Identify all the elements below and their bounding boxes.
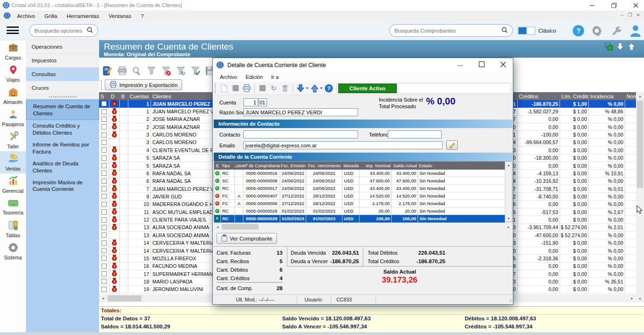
close-button[interactable] — [632, 1, 639, 9]
cc-col-tipo[interactable]: Tipo — [221, 162, 235, 170]
col-header-nom[interactable]: Nom — [625, 92, 636, 100]
menu-grilla[interactable]: Grilla — [40, 12, 62, 20]
mdi-minimize-button[interactable]: ‒ — [621, 12, 624, 17]
dialog-minimize-button[interactable] — [458, 61, 463, 69]
rail-item-tesoreria[interactable]: $ Tesorería — [0, 196, 26, 218]
client-active-badge[interactable]: Cliente Activo — [338, 84, 397, 93]
cc-col-estado[interactable]: Estado — [418, 162, 505, 170]
cc-col-n-de-comprobante[interactable]: Nº de Comprobante — [243, 162, 280, 170]
row-checkbox[interactable] — [101, 225, 107, 230]
scroll-up-icon[interactable]: ▴ — [636, 92, 644, 100]
classic-mode-toggle[interactable] — [518, 26, 535, 35]
navigate-down-icon[interactable] — [295, 83, 306, 94]
layout-grid-icon[interactable] — [605, 43, 613, 52]
rail-item-tablas[interactable]: Tablas — [0, 218, 26, 240]
row-checkbox[interactable] — [101, 163, 107, 168]
refresh-icon[interactable]: ↻ — [268, 83, 279, 94]
nav-group-impuestos[interactable]: Impuestos — [26, 54, 99, 68]
row-checkbox[interactable] — [101, 179, 107, 184]
rail-item-pasajeros[interactable]: Pasajeros — [0, 107, 26, 129]
edit-emails-button[interactable] — [446, 140, 458, 150]
rail-item-sistema[interactable]: Sistema — [0, 240, 26, 262]
nav-group-operaciones[interactable]: Operaciones — [26, 40, 99, 54]
minimize-button[interactable] — [588, 1, 596, 9]
print-icon[interactable] — [117, 65, 128, 77]
nav-item-analitico-de-deuda-clientes[interactable]: Analítico de Deuda Clientes — [26, 158, 99, 177]
rail-item-viajes[interactable]: Viajes — [0, 62, 26, 85]
toolbar-grip[interactable] — [101, 80, 103, 90]
cc-col-moneda[interactable]: Moneda — [343, 162, 360, 170]
comprobante-row[interactable]: FC A 0005-00000407 27/12/2022 28/12/2022… — [214, 192, 505, 200]
cc-col-saldo-actual[interactable]: Saldo Actual — [392, 162, 418, 170]
save-icon[interactable] — [230, 83, 241, 94]
navigate-up-icon[interactable] — [309, 83, 320, 94]
navigate-down-caret-icon[interactable]: ▾ — [306, 86, 308, 90]
rail-item-ventas[interactable]: Ventas — [0, 151, 26, 173]
col-header-s[interactable]: S — [99, 92, 109, 100]
comprobante-row[interactable]: FC A 0006-00000006 27/12/2022 28/12/2022… — [214, 200, 505, 207]
filter-apply-icon[interactable] — [190, 65, 201, 77]
col-header-limite[interactable]: Lím. Crédito — [560, 92, 589, 100]
dialog-titlebar[interactable]: Detalle de Cuenta Corriente del Cliente — [213, 58, 513, 72]
menu-[interactable]: ? — [136, 12, 148, 20]
rail-item-almacen[interactable]: Almacén — [0, 85, 26, 107]
comprobante-row[interactable]: SC 0005-00000008 24/06/2022 24/06/2022 U… — [214, 177, 505, 185]
row-checkbox[interactable] — [101, 155, 107, 161]
col-header-b[interactable]: B — [120, 92, 128, 100]
dialog-maximize-button[interactable] — [479, 61, 485, 69]
emails-input[interactable] — [243, 141, 443, 149]
mdi-restore-button[interactable]: ❐ — [628, 12, 632, 17]
dialog-menu-archivo[interactable]: Archivo — [216, 73, 242, 81]
row-checkbox[interactable] — [101, 171, 107, 176]
dialog-help-icon[interactable]: ? — [323, 83, 335, 94]
filter-remove-icon[interactable] — [160, 65, 172, 77]
search-options-box[interactable] — [29, 24, 98, 37]
rail-item-taller[interactable]: Taller — [0, 129, 26, 151]
user-profile-icon[interactable] — [629, 24, 642, 38]
cc-col-imp-nominal[interactable]: Imp. Nominal — [360, 162, 392, 170]
rail-item-cargas[interactable]: Cargas — [0, 40, 26, 62]
cc-col-fec-emision[interactable]: Fec. Emisión — [280, 162, 306, 170]
cc-scroll-up-icon[interactable]: ▴ — [505, 162, 512, 168]
row-checkbox[interactable] — [101, 248, 107, 253]
col-header-incidencia[interactable]: Incidencia — [589, 92, 625, 100]
ver-comprobante-button[interactable]: Ver Comprobante — [217, 233, 277, 244]
menu-ventanas[interactable]: Ventanas — [104, 12, 136, 20]
grid-vscrollbar[interactable]: ▴ ▾ — [636, 92, 644, 302]
search-grid-icon[interactable] — [131, 65, 142, 77]
cc-scroll-right-icon[interactable]: ▸ — [505, 223, 512, 231]
scroll-right-icon[interactable]: ▸ — [628, 294, 636, 302]
edit-grid-icon[interactable] — [102, 65, 113, 77]
dialog-menu-edicion[interactable]: Edición — [242, 73, 267, 81]
menu-archivo[interactable]: Archivo — [12, 12, 40, 20]
delete-trash-icon[interactable] — [279, 83, 291, 94]
cc-scroll-down-icon[interactable]: ▾ — [505, 215, 512, 222]
cc-col-letra[interactable]: Letra — [235, 162, 243, 170]
comprobante-row[interactable]: RC 0005-00000029 01/02/2023 01/02/2023 U… — [214, 215, 505, 223]
restore-button[interactable] — [610, 1, 618, 9]
razon-social-input[interactable] — [243, 108, 358, 116]
row-checkbox[interactable] — [101, 109, 107, 114]
comprobante-row[interactable]: RC 0005-00000016 24/06/2022 24/06/2022 U… — [214, 170, 505, 177]
filter-icon[interactable] — [146, 65, 157, 77]
row-checkbox[interactable] — [101, 232, 107, 238]
scroll-down-icon[interactable]: ▾ — [636, 295, 644, 302]
search-options-input[interactable] — [34, 28, 86, 34]
comprobante-row[interactable]: RC 0005-00000028 01/02/2023 01/02/2023 U… — [214, 207, 505, 215]
row-checkbox[interactable] — [101, 209, 107, 215]
nav-separator[interactable] — [26, 95, 99, 99]
search-comprobantes-box[interactable] — [389, 24, 513, 37]
row-checkbox[interactable] — [101, 202, 107, 207]
row-checkbox[interactable] — [101, 147, 107, 153]
col-header-creditos[interactable]: Créditos — [518, 92, 560, 100]
row-checkbox[interactable] — [101, 271, 107, 276]
cc-hscrollbar[interactable]: ◂ ▸ — [214, 223, 512, 231]
copy-icon[interactable] — [257, 83, 268, 94]
nav-item-impresion-masiva-de-cuenta-corriente[interactable]: Impresión Masiva de Cuenta Corriente — [26, 177, 99, 196]
nav-item-informe-de-remitos-por-factura[interactable]: Informe de Remitos por Factura — [26, 139, 99, 158]
print-document-icon[interactable] — [241, 83, 252, 94]
cuenta-input[interactable] — [243, 98, 258, 106]
dialog-menu-ir-a[interactable]: Ir a — [267, 73, 283, 81]
navigate-up-caret-icon[interactable]: ▾ — [320, 86, 322, 90]
row-checkbox[interactable] — [101, 256, 107, 261]
